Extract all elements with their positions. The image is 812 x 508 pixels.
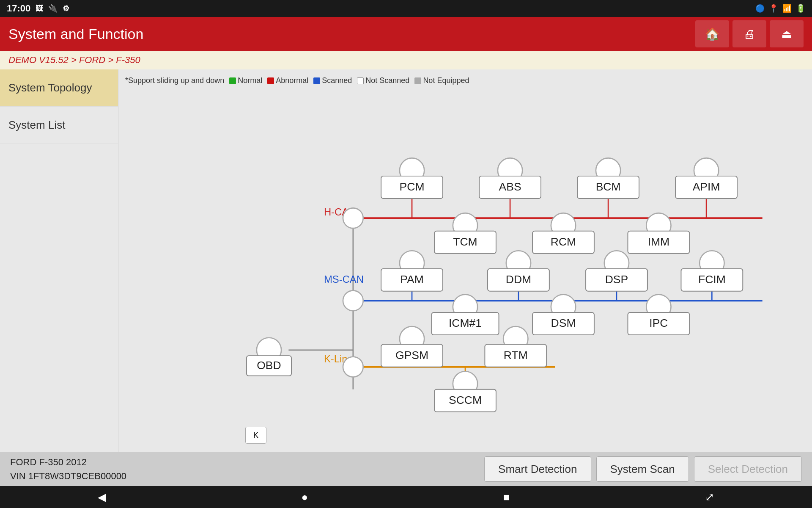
time-display: 17:00 (7, 3, 30, 14)
home-nav-button[interactable]: ● (284, 487, 325, 507)
module-ddm[interactable]: DDM (488, 251, 549, 291)
legend-not-scanned: Not Scanned (357, 76, 409, 85)
legend-abnormal: Abnormal (267, 76, 308, 85)
print-button[interactable]: 🖨 (732, 20, 766, 47)
svg-text:ICM#1: ICM#1 (449, 317, 482, 330)
module-tcm[interactable]: TCM (434, 213, 496, 253)
collapse-icon: K (253, 431, 258, 440)
vehicle-line1: FORD F-350 2012 (10, 455, 126, 469)
settings-icon: ⚙ (63, 4, 69, 13)
svg-text:ABS: ABS (499, 180, 521, 193)
legend-normal: Normal (229, 76, 262, 85)
svg-text:TCM: TCM (453, 235, 477, 248)
location-icon: 📍 (769, 4, 778, 13)
recents-nav-button[interactable]: ■ (486, 487, 527, 507)
module-pam[interactable]: PAM (381, 251, 443, 291)
module-dsp[interactable]: DSP (586, 251, 647, 291)
sidebar: System Topology System List (0, 69, 118, 452)
svg-text:RCM: RCM (551, 235, 576, 248)
module-apim[interactable]: APIM (675, 158, 737, 198)
vehicle-line2: VIN 1FT8W3DT9CEB00000 (10, 469, 126, 483)
svg-point-22 (343, 357, 363, 377)
fullscreen-nav-button[interactable]: ⤢ (688, 487, 731, 507)
action-buttons: Smart Detection System Scan Select Detec… (484, 456, 802, 482)
image-icon: 🖼 (36, 4, 43, 13)
title-bar: System and Function 🏠 🖨 ⏏ (0, 17, 812, 51)
module-imm[interactable]: IMM (628, 213, 689, 253)
module-pcm[interactable]: PCM (381, 158, 443, 198)
wifi-icon: 📶 (782, 4, 792, 13)
module-sccm[interactable]: SCCM (434, 371, 496, 411)
main-content: System Topology System List *Support sli… (0, 69, 812, 452)
module-abs[interactable]: ABS (479, 158, 541, 198)
svg-text:DDM: DDM (506, 273, 531, 286)
diagram-area: *Support sliding up and down Normal Abno… (118, 69, 812, 452)
svg-text:APIM: APIM (693, 180, 720, 193)
sidebar-item-system-list[interactable]: System List (0, 107, 118, 144)
topology-diagram: MS-CAN K-Line H-CAN (125, 92, 805, 440)
svg-text:FCIM: FCIM (698, 273, 726, 286)
svg-text:BCM: BCM (596, 180, 621, 193)
module-obd[interactable]: OBD (247, 338, 291, 376)
svg-text:MS-CAN: MS-CAN (324, 273, 364, 285)
legend-not-equipped: Not Equipped (414, 76, 469, 85)
module-rcm[interactable]: RCM (532, 213, 594, 253)
system-scan-button[interactable]: System Scan (596, 456, 689, 482)
svg-text:DSM: DSM (551, 317, 576, 330)
exit-button[interactable]: ⏏ (770, 20, 804, 47)
svg-text:RTM: RTM (504, 349, 528, 362)
title-buttons: 🏠 🖨 ⏏ (695, 20, 804, 47)
collapse-button[interactable]: K (245, 427, 266, 444)
page-title: System and Function (8, 26, 143, 42)
legend: *Support sliding up and down Normal Abno… (125, 76, 805, 85)
module-fcim[interactable]: FCIM (681, 251, 743, 291)
legend-scanned: Scanned (313, 76, 352, 85)
svg-text:PAM: PAM (400, 273, 423, 286)
svg-point-12 (343, 290, 363, 311)
svg-text:IPC: IPC (649, 317, 668, 330)
svg-text:OBD: OBD (257, 359, 281, 372)
legend-prefix: *Support sliding up and down (125, 76, 224, 85)
bluetooth-icon: 🔵 (755, 4, 765, 13)
svg-text:SCCM: SCCM (449, 394, 482, 406)
breadcrumb-text: DEMO V15.52 > FORD > F-350 (8, 55, 140, 66)
breadcrumb: DEMO V15.52 > FORD > F-350 (0, 51, 812, 69)
module-bcm[interactable]: BCM (577, 158, 639, 198)
home-button[interactable]: 🏠 (695, 20, 729, 47)
status-left: 17:00 🖼 🔌 ⚙ (7, 3, 69, 14)
bottom-panel: FORD F-350 2012 VIN 1FT8W3DT9CEB00000 Sm… (0, 452, 812, 486)
vehicle-info: FORD F-350 2012 VIN 1FT8W3DT9CEB00000 (10, 455, 126, 483)
smart-detection-button[interactable]: Smart Detection (484, 456, 591, 482)
status-bar: 17:00 🖼 🔌 ⚙ 🔵 📍 📶 🔋 (0, 0, 812, 17)
select-detection-button[interactable]: Select Detection (694, 456, 802, 482)
sidebar-item-system-topology[interactable]: System Topology (0, 69, 118, 107)
battery-icon: 🔋 (796, 4, 805, 13)
usb-icon: 🔌 (48, 4, 58, 13)
svg-point-27 (343, 208, 363, 228)
svg-text:PCM: PCM (400, 180, 425, 193)
status-right: 🔵 📍 📶 🔋 (755, 4, 805, 13)
nav-bar: ◀ ● ■ ⤢ (0, 486, 812, 508)
svg-text:DSP: DSP (605, 273, 628, 286)
svg-text:GPSM: GPSM (395, 349, 428, 362)
svg-text:IMM: IMM (648, 235, 670, 248)
back-nav-button[interactable]: ◀ (81, 487, 123, 507)
